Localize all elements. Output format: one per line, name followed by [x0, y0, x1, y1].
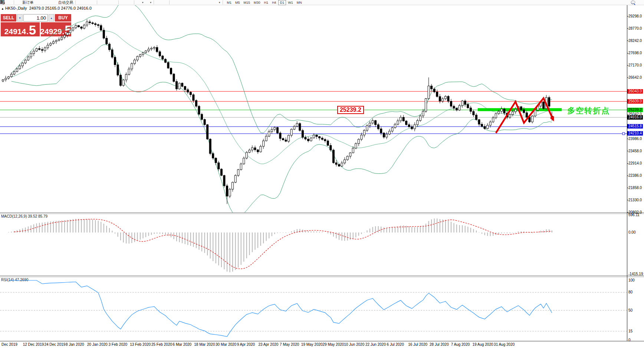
- price-axis-tick: 22386.0: [628, 173, 642, 178]
- date-axis-label: 25 Feb 2020: [151, 342, 172, 347]
- price-axis-tick: 29298.0: [628, 14, 642, 19]
- date-axis-label: 13 Feb 2020: [130, 342, 151, 347]
- date-axis-label: 12 Dec 2019: [23, 342, 44, 347]
- price-axis-flag: 24515.8: [627, 124, 643, 129]
- price-axis-tick: 22914.0: [628, 161, 642, 166]
- date-axis-label: Dec 2019: [1, 342, 17, 347]
- date-axis-label: 30 Mar 2020: [216, 342, 236, 347]
- date-axis-label: 19 May 2020: [301, 342, 323, 347]
- rsi-axis-tick: 80: [628, 290, 632, 295]
- date-axis-label: 16 Jul 2020: [408, 342, 427, 347]
- price-axis-tick: 26642.0: [628, 75, 642, 80]
- rsi-axis-tick: 50: [628, 308, 632, 313]
- price-callout-label[interactable]: 25239.2: [337, 106, 364, 114]
- date-axis-label: 28 Jul 2020: [430, 342, 449, 347]
- chart-svg[interactable]: [0, 0, 644, 348]
- macd-axis-tick: 0.00: [628, 230, 635, 235]
- macd-pane[interactable]: [9, 218, 552, 272]
- mt4-terminal: 新订单 自动交易 ▾ ▾ E F A T ▾ M1M5M1: [0, 0, 644, 348]
- rsi-axis-tick: 0: [628, 338, 631, 342]
- date-axis-label: 8 Jan 2020: [66, 342, 84, 347]
- date-axis-label: 9 Apr 2020: [237, 342, 255, 347]
- price-axis-flag: 25239.2: [627, 108, 643, 112]
- rsi-axis-tick: 100: [628, 278, 635, 283]
- price-axis-tick: 21858.0: [628, 186, 642, 190]
- date-axis-label: 29 May 2020: [323, 342, 344, 347]
- price-axis-tick: 28242.0: [628, 39, 642, 43]
- price-axis-tick: 23986.0: [628, 137, 642, 141]
- date-axis-label: 31 Aug 2020: [494, 342, 515, 347]
- macd-axis-tick: -1415.19: [628, 272, 643, 276]
- price-axis-tick: 27170.0: [628, 63, 642, 68]
- date-axis-label: 7 Aug 2020: [451, 342, 470, 347]
- date-axis-label: 20 Jan 2020: [87, 342, 108, 347]
- macd-axis-tick: 596.11: [628, 213, 640, 217]
- price-axis-tick: 27698.0: [628, 51, 642, 55]
- price-axis-flag: 25609.0: [627, 99, 643, 104]
- date-axis-label: 23 Apr 2020: [258, 342, 278, 347]
- date-axis-label: 6 Mar 2020: [173, 342, 192, 347]
- main-price-pane[interactable]: [0, 0, 627, 216]
- price-axis-flag: 26043.0: [627, 89, 643, 94]
- date-axis-label: 7 May 2020: [280, 342, 299, 347]
- price-axis-tick: 23458.0: [628, 149, 642, 153]
- rsi-pane[interactable]: [0, 280, 627, 336]
- date-axis-label: 10 Jun 2020: [344, 342, 364, 347]
- date-axis-label: 22 Jun 2020: [365, 342, 386, 347]
- date-axis-label: 3 Feb 2020: [109, 342, 128, 347]
- price-axis-flag: 24210.4: [627, 131, 643, 136]
- rsi-axis-tick: 15: [628, 329, 632, 334]
- price-axis-flag: 24916.0: [627, 115, 643, 120]
- turning-point-annotation[interactable]: 多空转折点: [567, 105, 610, 116]
- date-axis-label: 24 Dec 2019: [44, 342, 65, 347]
- price-axis-tick: 28770.0: [628, 26, 642, 31]
- price-axis-tick: 21330.0: [628, 198, 642, 202]
- date-axis-label: 18 Mar 2020: [194, 342, 215, 347]
- date-axis-label: 6 Jul 2020: [387, 342, 404, 347]
- date-axis-label: 19 Aug 2020: [472, 342, 493, 347]
